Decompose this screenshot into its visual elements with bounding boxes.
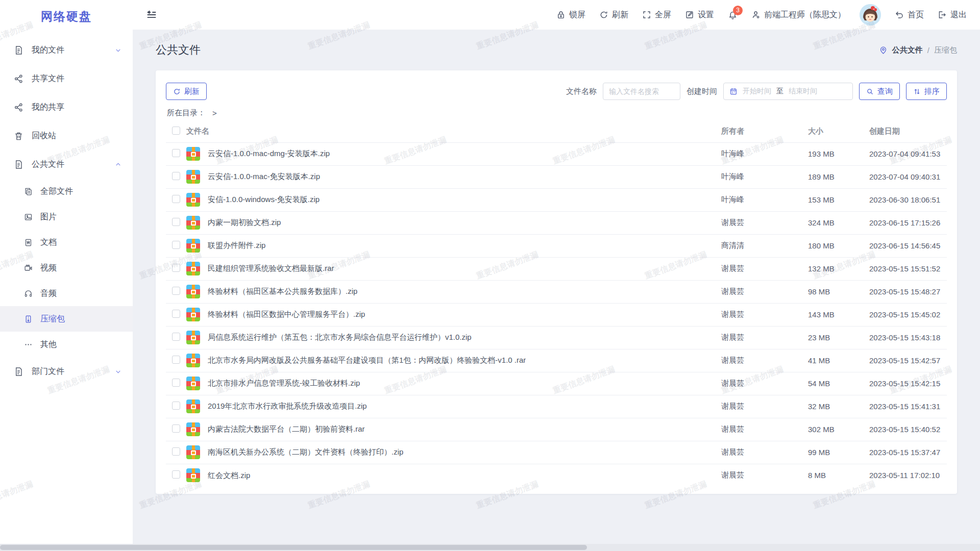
sidebar-item-department-files[interactable]: 部门文件	[0, 357, 133, 386]
file-name-link[interactable]: 北京市排水户信息管理系统-竣工验收材料.zip	[208, 379, 360, 388]
sidebar-item-documents[interactable]: 文档	[0, 230, 133, 255]
file-name-link[interactable]: 云安信-1.0.0-mac-免安装版本.zip	[208, 172, 320, 182]
settings-button[interactable]: 设置	[685, 10, 714, 20]
user-menu[interactable]: 前端工程师（陈思文）	[751, 10, 846, 20]
row-checkbox[interactable]	[172, 379, 180, 387]
collapse-sidebar-icon[interactable]	[146, 9, 157, 20]
row-checkbox[interactable]	[172, 424, 180, 433]
table-row[interactable]: 红会文档.zip 谢晨芸 8 MB 2023-05-11 17:02:10	[166, 464, 947, 487]
sidebar-item-label: 其他	[40, 339, 57, 350]
file-name-link[interactable]: 内蒙古法院大数据平台（二期）初验前资料.rar	[208, 424, 365, 434]
file-name-link[interactable]: 民建组织管理系统验收文档最新版.rar	[208, 264, 334, 273]
row-checkbox[interactable]	[172, 333, 180, 341]
file-name-link[interactable]: 终验材料（福田区数据中心管理服务平台）.zip	[208, 310, 365, 319]
sidebar-item-all-files[interactable]: 全部文件	[0, 179, 133, 204]
fullscreen-icon	[642, 10, 651, 19]
notifications-button[interactable]: 3	[728, 10, 738, 20]
table-row[interactable]: 2019年北京市水行政审批系统升级改造项目.zip 谢晨芸 32 MB 2023…	[166, 395, 947, 418]
fullscreen-button[interactable]: 全屏	[642, 10, 671, 20]
table-row[interactable]: 终验材料（福田区数据中心管理服务平台）.zip 谢晨芸 143 MB 2023-…	[166, 303, 947, 326]
file-name-link[interactable]: 内蒙一期初验文档.zip	[208, 218, 281, 228]
table-row[interactable]: 南海区机关新办公系统（二期）文件资料（终验打印）.zip 谢晨芸 99 MB 2…	[166, 441, 947, 464]
table-row[interactable]: 北京市排水户信息管理系统-竣工验收材料.zip 谢晨芸 54 MB 2023-0…	[166, 372, 947, 395]
file-name-link[interactable]: 2019年北京市水行政审批系统升级改造项目.zip	[208, 402, 367, 411]
table-row[interactable]: 云安信-1.0.0-mac-免安装版本.zip 叶海峰 189 MB 2023-…	[166, 165, 947, 188]
sidebar-item-others[interactable]: 其他	[0, 332, 133, 357]
table-row[interactable]: 安信-1.0.0-windows-免安装版.zip 叶海峰 153 MB 202…	[166, 188, 947, 211]
table-row[interactable]: 局信息系统运行维护（第五包：北京市水务局综合信息平台运行维护）v1.0.zip …	[166, 326, 947, 349]
table-row[interactable]: 联盟办件附件.zip 商清清 180 MB 2023-06-15 14:56:4…	[166, 234, 947, 257]
sidebar-item-public-files[interactable]: 公共文件	[0, 150, 133, 179]
image-icon	[23, 212, 33, 221]
sidebar-item-label: 公共文件	[32, 159, 64, 170]
filename-input[interactable]	[603, 83, 680, 100]
row-checkbox[interactable]	[172, 287, 180, 295]
sidebar-item-videos[interactable]: 视频	[0, 255, 133, 281]
sidebar-item-my-files[interactable]: 我的文件	[0, 36, 133, 64]
end-date-placeholder: 结束时间	[789, 87, 817, 96]
row-checkbox[interactable]	[172, 172, 180, 180]
file-name-link[interactable]: 云安信-1.0.0-mac-dmg-安装版本.zip	[208, 149, 330, 159]
table-row[interactable]: 内蒙一期初验文档.zip 谢晨芸 324 MB 2023-06-15 17:15…	[166, 211, 947, 234]
row-checkbox[interactable]	[172, 356, 180, 364]
horizontal-scrollbar-thumb[interactable]	[0, 545, 587, 550]
table-row[interactable]: 云安信-1.0.0-mac-dmg-安装版本.zip 叶海峰 193 MB 20…	[166, 142, 947, 165]
avatar[interactable]	[860, 4, 881, 26]
row-checkbox[interactable]	[172, 149, 180, 157]
table-row[interactable]: 北京市水务局内网改版及公共服务基础平台建设项目（第1包：内网改版）终验验文档-v…	[166, 349, 947, 372]
row-checkbox[interactable]	[172, 447, 180, 456]
table-row[interactable]: 民建组织管理系统验收文档最新版.rar 谢晨芸 132 MB 2023-05-1…	[166, 257, 947, 280]
lock-screen-button[interactable]: 锁屏	[556, 10, 585, 20]
file-name-link[interactable]: 南海区机关新办公系统（二期）文件资料（终验打印）.zip	[208, 447, 403, 457]
trash-icon	[13, 131, 23, 141]
sidebar-item-audio[interactable]: 音频	[0, 281, 133, 306]
file-name-link[interactable]: 北京市水务局内网改版及公共服务基础平台建设项目（第1包：内网改版）终验验文档-v…	[208, 356, 526, 365]
date-range-picker[interactable]: 开始时间 至 结束时间	[723, 83, 853, 100]
logout-button[interactable]: 退出	[938, 10, 967, 20]
refresh-page-button[interactable]: 刷新	[599, 10, 628, 20]
sidebar-item-my-shares[interactable]: 我的共享	[0, 93, 133, 121]
video-camera-icon	[23, 263, 33, 272]
table-row[interactable]: 内蒙古法院大数据平台（二期）初验前资料.rar 谢晨芸 302 MB 2023-…	[166, 418, 947, 441]
row-checkbox[interactable]	[172, 470, 180, 479]
row-checkbox[interactable]	[172, 310, 180, 318]
breadcrumb-separator: /	[927, 46, 929, 55]
file-size: 99 MB	[808, 441, 869, 464]
start-date-placeholder: 开始时间	[743, 87, 771, 96]
sidebar-item-shared-files[interactable]: 共享文件	[0, 64, 133, 93]
breadcrumb-root[interactable]: 公共文件	[892, 45, 923, 55]
sidebar-item-archives[interactable]: 压缩包	[0, 306, 133, 332]
horizontal-scrollbar[interactable]	[0, 544, 980, 551]
file-owner: 叶海峰	[721, 165, 808, 188]
row-checkbox[interactable]	[172, 264, 180, 272]
home-button[interactable]: 首页	[895, 10, 924, 20]
archive-file-icon	[186, 147, 200, 161]
sidebar-item-recycle-bin[interactable]: 回收站	[0, 121, 133, 150]
share-icon	[13, 102, 23, 112]
file-name-link[interactable]: 局信息系统运行维护（第五包：北京市水务局综合信息平台运行维护）v1.0.zip	[208, 333, 472, 342]
file-owner: 叶海峰	[721, 142, 808, 165]
chevron-down-icon	[115, 368, 121, 375]
file-name-link[interactable]: 安信-1.0.0-windows-免安装版.zip	[208, 195, 320, 205]
query-button[interactable]: 查询	[859, 83, 900, 100]
row-checkbox[interactable]	[172, 195, 180, 203]
file-name-link[interactable]: 联盟办件附件.zip	[208, 241, 265, 251]
file-name-link[interactable]: 终验材料（福田区基本公共服务数据库）.zip	[208, 287, 357, 296]
refresh-list-button[interactable]: 刷新	[166, 83, 207, 100]
sort-arrows-icon	[913, 88, 921, 95]
row-checkbox[interactable]	[172, 218, 180, 226]
sidebar-item-images[interactable]: 图片	[0, 204, 133, 230]
file-owner: 谢晨芸	[721, 441, 808, 464]
file-name-link[interactable]: 红会文档.zip	[208, 471, 250, 481]
archive-file-icon	[186, 170, 200, 184]
location-pin-icon	[879, 46, 888, 55]
file-owner: 叶海峰	[721, 188, 808, 211]
row-checkbox[interactable]	[172, 241, 180, 249]
select-all-checkbox[interactable]	[172, 127, 180, 135]
sort-button[interactable]: 排序	[906, 83, 947, 100]
row-checkbox[interactable]	[172, 402, 180, 410]
sidebar-item-label: 共享文件	[32, 73, 64, 84]
refresh-icon	[599, 10, 608, 19]
table-row[interactable]: 终验材料（福田区基本公共服务数据库）.zip 谢晨芸 98 MB 2023-05…	[166, 280, 947, 303]
page-title: 公共文件	[156, 42, 201, 58]
